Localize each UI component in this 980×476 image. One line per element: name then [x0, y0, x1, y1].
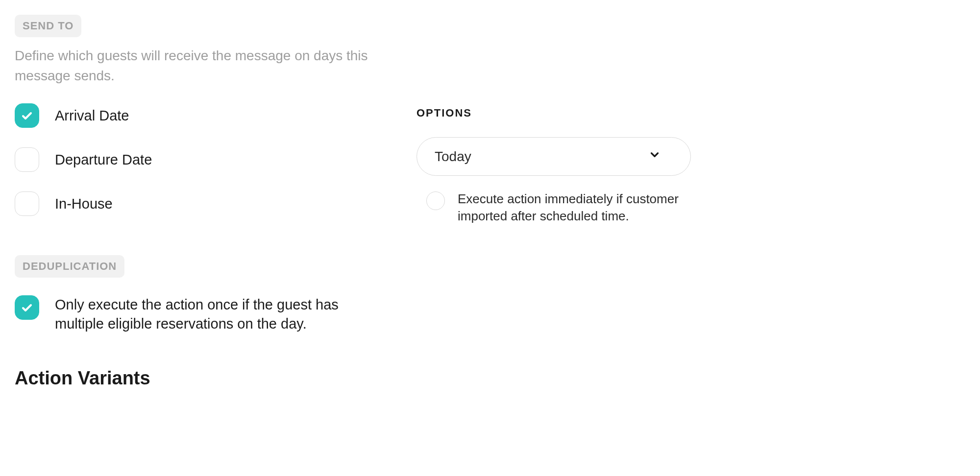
checkbox-deduplication[interactable]: [15, 295, 39, 320]
options-select[interactable]: Today: [416, 137, 691, 176]
checkbox-row-inhouse[interactable]: In-House: [15, 191, 387, 216]
checkbox-departure-date[interactable]: [15, 147, 39, 172]
arrival-date-label: Arrival Date: [55, 106, 387, 125]
send-to-tag: SEND TO: [15, 15, 81, 37]
action-variants-heading: Action Variants: [15, 368, 387, 389]
options-heading: OPTIONS: [416, 107, 691, 119]
execute-immediately-row[interactable]: Execute action immediately if customer i…: [416, 190, 691, 225]
deduplication-label: Only execute the action once if the gues…: [55, 295, 387, 333]
checkbox-in-house[interactable]: [15, 191, 39, 216]
deduplication-tag: DEDUPLICATION: [15, 255, 124, 278]
send-to-description: Define which guests will receive the mes…: [15, 46, 387, 86]
checkbox-execute-immediately[interactable]: [426, 191, 445, 210]
checkbox-arrival-date[interactable]: [15, 103, 39, 128]
checkbox-row-arrival[interactable]: Arrival Date: [15, 103, 387, 128]
check-icon: [21, 110, 33, 121]
checkbox-row-deduplication[interactable]: Only execute the action once if the gues…: [15, 295, 387, 333]
chevron-down-icon: [648, 148, 661, 165]
execute-immediately-label: Execute action immediately if customer i…: [458, 190, 691, 225]
check-icon: [21, 302, 33, 313]
in-house-label: In-House: [55, 194, 387, 214]
checkbox-row-departure[interactable]: Departure Date: [15, 147, 387, 172]
options-select-value: Today: [435, 149, 471, 165]
departure-date-label: Departure Date: [55, 150, 387, 169]
